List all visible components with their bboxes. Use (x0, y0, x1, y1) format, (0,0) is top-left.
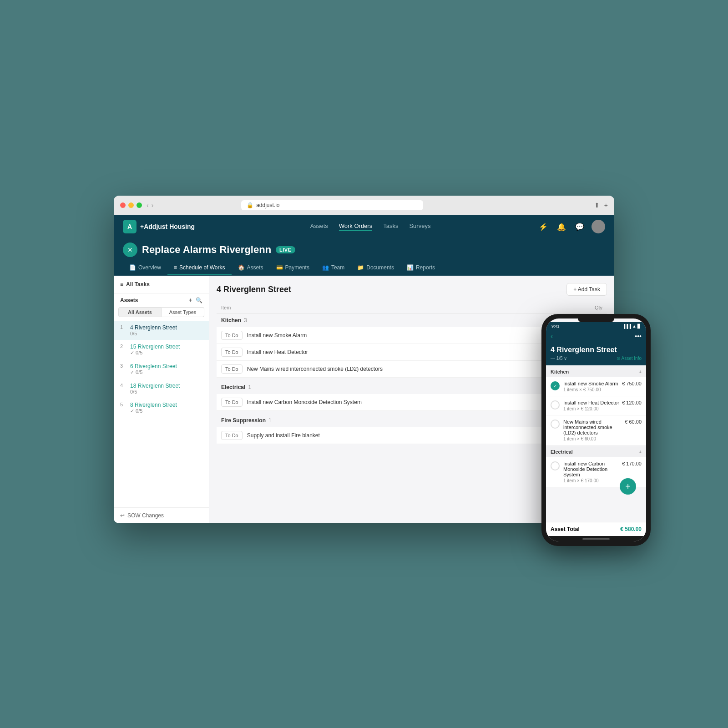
search-asset-icon[interactable]: 🔍 (196, 297, 202, 303)
asset-item-2[interactable]: 2 15 Riverglenn Street ✓ 0/5 (114, 340, 209, 359)
assets-icon: 🏠 (238, 264, 245, 271)
sow-changes-footer[interactable]: ↩ SOW Changes (114, 507, 209, 523)
asset-filter-row: All Assets Asset Types (114, 307, 209, 321)
phone-heat-price: € 120.00 (622, 400, 642, 405)
address-bar[interactable]: 🔒 addjust.io (241, 200, 423, 210)
phone-ld2-info: New Mains wired interconnected smoke (LD… (563, 419, 642, 441)
brand-name: +Addjust Housing (140, 223, 195, 230)
asset-name-5: 8 Riverglenn Street (130, 402, 202, 408)
fire-suppression-count: 1 (268, 417, 272, 424)
sidebar-assets-header: Assets + 🔍 (114, 293, 209, 307)
task-name-smoke: Install new Smoke Alarm (247, 332, 584, 339)
tab-team[interactable]: 👥 Team (316, 261, 351, 275)
asset-progress-3: ✓ 0/5 (130, 369, 202, 375)
nav-surveys[interactable]: Surveys (409, 222, 430, 231)
filter-all-assets[interactable]: All Assets (118, 307, 162, 317)
tab-schedule-of-works[interactable]: ≡ Schedule of Works (167, 261, 232, 275)
phone-co-circle (551, 461, 560, 470)
phone-footer: Asset Total € 580.00 (546, 522, 646, 536)
nav-work-orders[interactable]: Work Orders (339, 222, 372, 231)
phone-page-title: 4 Riverglenn Street (551, 346, 642, 354)
phone-task-heat[interactable]: Install new Heat Detector € 120.00 1 ite… (546, 396, 646, 415)
add-asset-icon[interactable]: + (189, 297, 192, 303)
phone-ld2-circle (551, 420, 560, 429)
phone-task-smoke-info: Install new Smoke Alarm € 750.00 1 items… (563, 381, 642, 392)
app-container: A +Addjust Housing Assets Work Orders Ta… (114, 215, 614, 523)
nav-assets[interactable]: Assets (310, 222, 328, 231)
forward-arrow[interactable]: › (152, 202, 154, 209)
close-button[interactable] (120, 202, 126, 208)
phone-title-bar: 4 Riverglenn Street — 1/5 ∨ ⊙ Asset Info (546, 343, 646, 365)
share-icon[interactable]: ⬆ (594, 202, 600, 209)
phone-smoke-name: Install new Smoke Alarm (563, 381, 618, 386)
asset-list: 1 4 Riverglenn Street 0/5 2 15 Riverglen… (114, 321, 209, 507)
todo-badge-co[interactable]: To Do (221, 398, 243, 407)
tab-payments[interactable]: 💳 Payments (270, 261, 316, 275)
phone-category-kitchen: Kitchen + (546, 366, 646, 377)
phone-content: Kitchen + ✓ Install new Smoke Alarm € 75… (546, 365, 646, 522)
phone-co-name: Install new Carbon Monoxide Detection Sy… (563, 461, 622, 477)
brand-logo-text: A (127, 223, 132, 230)
electrical-count: 1 (248, 384, 251, 390)
nav-tasks[interactable]: Tasks (383, 222, 398, 231)
filter-asset-types[interactable]: Asset Types (162, 307, 204, 317)
phone-back-arrow[interactable]: ‹ (551, 332, 553, 340)
phone-footer-label: Asset Total (551, 526, 580, 532)
tab-reports[interactable]: 📊 Reports (400, 261, 441, 275)
traffic-lights (120, 202, 142, 208)
tab-assets[interactable]: 🏠 Assets (232, 261, 270, 275)
phone-electrical-add[interactable]: + (639, 449, 642, 455)
tab-documents[interactable]: 📁 Documents (351, 261, 400, 275)
reports-icon: 📊 (407, 264, 414, 271)
phone-menu-dots[interactable]: ••• (635, 333, 642, 340)
asset-item-5[interactable]: 5 8 Riverglenn Street ✓ 0/5 (114, 398, 209, 418)
phone-asset-info-btn[interactable]: ⊙ Asset Info (617, 356, 642, 361)
tab-overview[interactable]: 📄 Overview (123, 261, 167, 275)
todo-badge-heat[interactable]: To Do (221, 348, 243, 357)
kitchen-label: Kitchen (221, 317, 241, 324)
asset-item-3[interactable]: 3 6 Riverglenn Street ✓ 0/5 (114, 359, 209, 379)
browser-window: ‹ › 🔒 addjust.io ⬆ + A (114, 196, 614, 523)
table-header: Item Qty (217, 302, 607, 313)
phone-category-electrical: Electrical + (546, 446, 646, 457)
bell-icon[interactable]: 🔔 (555, 220, 568, 233)
phone-heat-info: Install new Heat Detector € 120.00 1 ite… (563, 400, 642, 411)
maximize-button[interactable] (136, 202, 142, 208)
asset-info-1: 4 Riverglenn Street 0/5 (130, 324, 202, 336)
todo-badge-smoke[interactable]: To Do (221, 331, 243, 340)
asset-name-4: 18 Riverglenn Street (130, 383, 202, 389)
phone-status-bar: 9:41 ▐▐▐ ▲ ▊ (546, 322, 646, 330)
phone-task-heat-row: Install new Heat Detector € 120.00 (563, 400, 642, 405)
live-badge: LIVE (276, 246, 295, 253)
asset-num-4: 4 (120, 383, 126, 388)
assets-header-icons: + 🔍 (189, 297, 202, 303)
asset-num-5: 5 (120, 402, 126, 407)
page-header: ✕ Replace Alarms Riverglenn LIVE (114, 238, 614, 261)
asset-name-3: 6 Riverglenn Street (130, 363, 202, 369)
phone-task-ld2[interactable]: New Mains wired interconnected smoke (LD… (546, 415, 646, 445)
lightning-icon[interactable]: ⚡ (537, 220, 550, 233)
url-text: addjust.io (256, 202, 279, 208)
asset-item-1[interactable]: 1 4 Riverglenn Street 0/5 (114, 321, 209, 340)
phone-kitchen-label: Kitchen (551, 369, 569, 374)
asset-item-4[interactable]: 4 18 Riverglenn Street 0/5 (114, 379, 209, 398)
phone-task-done-icon: ✓ (551, 381, 560, 390)
phone-time: 9:41 (551, 324, 560, 329)
minimize-button[interactable] (128, 202, 134, 208)
col-item-label: Item (221, 305, 231, 310)
new-tab-icon[interactable]: + (604, 202, 608, 209)
nav-links: Assets Work Orders Tasks Surveys (213, 222, 528, 231)
add-task-button[interactable]: + Add Task (566, 283, 607, 296)
task-name-fire: Supply and install Fire blanket (247, 432, 584, 439)
todo-badge-ld2[interactable]: To Do (221, 364, 243, 374)
page-title: Replace Alarms Riverglenn (142, 244, 271, 256)
phone-task-smoke[interactable]: ✓ Install new Smoke Alarm € 750.00 1 ite… (546, 377, 646, 396)
todo-badge-fire[interactable]: To Do (221, 431, 243, 440)
phone-kitchen-add[interactable]: + (639, 369, 642, 374)
phone-fab-button[interactable]: + (620, 478, 636, 495)
back-arrow[interactable]: ‹ (147, 202, 149, 209)
user-avatar[interactable] (592, 220, 605, 233)
phone-notch (578, 318, 614, 322)
chat-icon[interactable]: 💬 (573, 220, 586, 233)
task-name-co: Install new Carbon Monoxide Detection Sy… (247, 399, 584, 405)
